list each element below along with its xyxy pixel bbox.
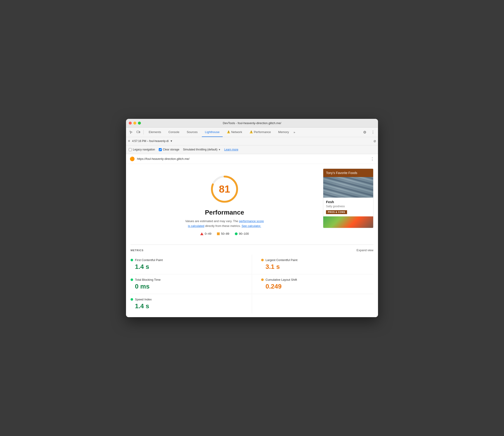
metric-lcp-value: 3.1 s (266, 263, 373, 271)
devtools-window: DevTools - foul-heavenly-direction.glitc… (126, 119, 378, 317)
url-dropdown-arrow[interactable]: ▼ (170, 139, 173, 143)
score-label: Performance (205, 209, 244, 216)
preview-fish-image (323, 177, 373, 198)
tab-performance[interactable]: ⚠️ Performance (246, 127, 274, 137)
metric-si-value: 1.4 s (135, 302, 243, 310)
tabs-toolbar: Elements Console Sources Lighthouse ⚠️ N… (126, 127, 378, 137)
score-number: 81 (219, 183, 230, 195)
pros-cons-button[interactable]: PROS & CONS (326, 210, 347, 214)
legacy-navigation-wrap: Legacy navigation (129, 148, 155, 151)
legend-red: 0–49 (200, 232, 211, 236)
toolbar-right: ⚙ ⋮ (361, 129, 376, 135)
expand-view-button[interactable]: Expand view (357, 248, 373, 252)
fish-photo (323, 177, 373, 198)
minimize-button[interactable] (133, 122, 136, 125)
metric-si-header: Speed Index (131, 298, 243, 301)
divider-1 (143, 130, 144, 134)
titlebar: DevTools - foul-heavenly-direction.glitc… (126, 119, 378, 127)
metric-cls-dot (261, 278, 264, 281)
metric-cls-header: Cumulative Layout Shift (261, 278, 373, 282)
block-icon[interactable]: ⊘ (373, 139, 376, 143)
favicon-icon: 🟠 (130, 156, 135, 162)
tab-network[interactable]: ⚠️ Network (224, 127, 245, 137)
tab-elements[interactable]: Elements (146, 127, 164, 137)
clear-storage-checkbox[interactable] (159, 148, 162, 151)
metric-cls-value: 0.249 (266, 283, 373, 290)
preview-card: Tony's Favorite Foods Fesh Salty goodnes… (323, 169, 373, 228)
maximize-button[interactable] (138, 122, 141, 125)
network-warning-icon: ⚠️ (227, 130, 230, 134)
preview-item-title: Fesh (326, 200, 370, 204)
desc-text-1: Values are estimated and may vary. The (185, 219, 239, 223)
legend-orange: 50–89 (217, 232, 229, 236)
url-input-wrap: 4:57:16 PM – foul-heavenly-di ▼ (132, 139, 372, 143)
preview-item-subtitle: Salty goodness (326, 205, 370, 208)
legend-triangle-icon (200, 232, 203, 235)
tab-sources[interactable]: Sources (183, 127, 201, 137)
more-menu-icon[interactable]: ⋮ (370, 129, 376, 135)
right-panel: Tony's Favorite Foods Fesh Salty goodnes… (323, 169, 373, 240)
url-display-row: 🟠 https://foul-heavenly-direction.glitch… (126, 154, 378, 164)
preview-card-header: Tony's Favorite Foods (323, 169, 373, 177)
metric-tbt-value: 0 ms (135, 283, 243, 290)
score-description: Values are estimated and may vary. The p… (185, 219, 264, 228)
clear-storage-wrap: Clear storage (159, 148, 179, 151)
metric-tbt-header: Total Blocking Time (131, 278, 243, 282)
legend-circle-icon (235, 232, 238, 235)
clear-storage-label: Clear storage (163, 148, 179, 151)
learn-more-link[interactable]: Learn more (224, 148, 238, 151)
metric-si-dot (131, 298, 133, 301)
display-url: https://foul-heavenly-direction.glitch.m… (137, 157, 368, 161)
tab-console[interactable]: Console (165, 127, 183, 137)
url-more-icon[interactable]: ⋮ (370, 156, 374, 162)
metric-tbt-dot (131, 278, 133, 281)
metrics-section: METRICS Expand view First Contentful Pai… (126, 245, 378, 317)
metric-cls-name: Cumulative Layout Shift (266, 278, 297, 282)
legend-orange-label: 50–89 (221, 232, 229, 236)
more-tabs-button[interactable]: » (293, 130, 295, 134)
main-content: 🟠 https://foul-heavenly-direction.glitch… (126, 154, 378, 317)
metrics-section-title: METRICS (131, 249, 144, 252)
svg-rect-0 (137, 131, 139, 133)
tab-memory[interactable]: Memory (275, 127, 292, 137)
metric-tbt: Total Blocking Time 0 ms (131, 274, 252, 294)
metric-tbt-name: Total Blocking Time (135, 278, 161, 282)
metrics-header: METRICS Expand view (131, 248, 373, 252)
traffic-lights (129, 122, 141, 125)
legend-green: 90–100 (235, 232, 249, 236)
legacy-navigation-checkbox[interactable] (129, 148, 132, 151)
settings-icon[interactable]: ⚙ (361, 129, 368, 135)
throttle-wrap: Simulated throttling (default) ▼ (183, 148, 221, 151)
metric-fcp-value: 1.4 s (135, 263, 243, 271)
preview-second-image (323, 216, 373, 228)
url-timestamp: 4:57:16 PM – foul-heavenly-di (132, 139, 169, 143)
throttle-dropdown-arrow[interactable]: ▼ (218, 148, 221, 151)
window-title: DevTools - foul-heavenly-direction.glitc… (223, 121, 281, 125)
optionsbar: Legacy navigation Clear storage Simulate… (126, 145, 378, 154)
metric-fcp: First Contentful Paint 1.4 s (131, 255, 252, 274)
legend-red-label: 0–49 (205, 232, 211, 236)
metric-lcp-dot (261, 259, 264, 261)
metric-fcp-name: First Contentful Paint (135, 258, 163, 262)
metric-si: Speed Index 1.4 s (131, 294, 252, 313)
metric-fcp-header: First Contentful Paint (131, 258, 243, 262)
cursor-icon[interactable] (128, 129, 134, 135)
metric-lcp-header: Largest Contentful Paint (261, 258, 373, 262)
metric-cls: Cumulative Layout Shift 0.249 (252, 274, 373, 294)
content-area: 81 Performance Values are estimated and … (126, 164, 378, 245)
legacy-navigation-label: Legacy navigation (133, 148, 155, 151)
legend-square-icon (217, 232, 220, 235)
device-toggle-icon[interactable] (135, 129, 142, 135)
add-tab-icon[interactable]: + (128, 139, 130, 144)
tab-lighthouse[interactable]: Lighthouse (202, 127, 223, 137)
desc-text-2: directly from these metrics. (205, 224, 241, 228)
metric-lcp: Largest Contentful Paint 3.1 s (252, 255, 373, 274)
svg-rect-1 (139, 131, 140, 133)
calculator-link[interactable]: See calculator. (241, 224, 261, 228)
close-button[interactable] (129, 122, 132, 125)
metric-si-name: Speed Index (135, 298, 152, 301)
score-section: 81 Performance Values are estimated and … (131, 169, 318, 240)
preview-body: Fesh Salty goodness PROS & CONS (323, 198, 373, 216)
urlbar: + 4:57:16 PM – foul-heavenly-di ▼ ⊘ (126, 137, 378, 145)
metric-fcp-dot (131, 259, 133, 261)
